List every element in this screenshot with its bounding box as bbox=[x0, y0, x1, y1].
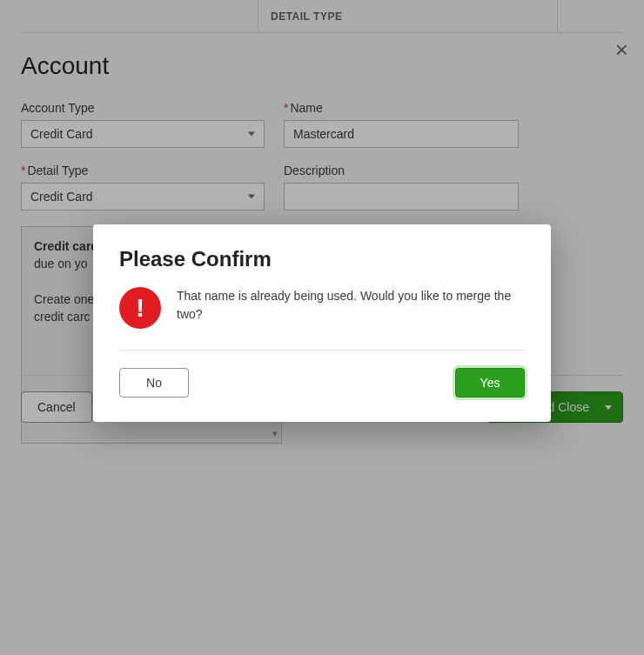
modal-divider bbox=[119, 350, 525, 351]
modal-body: ! That name is already being used. Would… bbox=[119, 287, 525, 329]
yes-button[interactable]: Yes bbox=[455, 368, 525, 398]
modal-message: That name is already being used. Would y… bbox=[177, 287, 525, 324]
no-button[interactable]: No bbox=[119, 368, 189, 398]
modal-title: Please Confirm bbox=[119, 247, 525, 271]
modal-actions: No Yes bbox=[119, 368, 525, 398]
confirm-modal: Please Confirm ! That name is already be… bbox=[93, 224, 551, 422]
alert-icon: ! bbox=[119, 287, 161, 329]
